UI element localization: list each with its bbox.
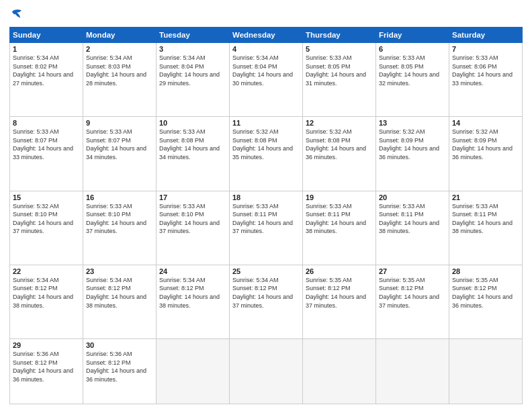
day-cell-3: 3Sunrise: 5:34 AMSunset: 8:04 PMDaylight… xyxy=(157,43,230,117)
sunset-label: Sunset: 8:05 PM xyxy=(306,63,351,70)
day-cell-30: 30Sunrise: 5:36 AMSunset: 8:12 PMDayligh… xyxy=(83,339,157,404)
sunset-label: Sunset: 8:12 PM xyxy=(379,285,424,291)
day-cell-21: 21Sunrise: 5:33 AMSunset: 8:11 PMDayligh… xyxy=(449,191,523,265)
day-info: Sunrise: 5:34 AMSunset: 8:12 PMDaylight:… xyxy=(13,276,80,310)
day-number: 8 xyxy=(13,119,80,127)
day-cell-27: 27Sunrise: 5:35 AMSunset: 8:12 PMDayligh… xyxy=(376,265,449,338)
day-cell-7: 7Sunrise: 5:33 AMSunset: 8:06 PMDaylight… xyxy=(449,43,523,117)
sunset-label: Sunset: 8:11 PM xyxy=(452,211,497,218)
daylight-label: Daylight: 14 hours and 30 minutes. xyxy=(232,71,293,87)
day-info: Sunrise: 5:33 AMSunset: 8:05 PMDaylight:… xyxy=(379,54,446,87)
day-number: 5 xyxy=(306,45,373,53)
day-info: Sunrise: 5:34 AMSunset: 8:04 PMDaylight:… xyxy=(159,54,226,87)
day-number: 13 xyxy=(379,119,446,127)
day-cell-18: 18Sunrise: 5:33 AMSunset: 8:11 PMDayligh… xyxy=(230,191,303,265)
sunset-label: Sunset: 8:11 PM xyxy=(379,211,424,218)
day-cell-11: 11Sunrise: 5:32 AMSunset: 8:08 PMDayligh… xyxy=(230,117,303,191)
sunset-label: Sunset: 8:02 PM xyxy=(13,63,58,70)
day-number: 19 xyxy=(306,193,373,201)
day-info: Sunrise: 5:34 AMSunset: 8:03 PMDaylight:… xyxy=(86,54,153,87)
daylight-label: Daylight: 14 hours and 37 minutes. xyxy=(232,220,293,235)
day-cell-14: 14Sunrise: 5:32 AMSunset: 8:09 PMDayligh… xyxy=(449,117,523,191)
day-info: Sunrise: 5:36 AMSunset: 8:12 PMDaylight:… xyxy=(86,350,153,383)
weekday-header-friday: Friday xyxy=(376,28,449,43)
daylight-label: Daylight: 14 hours and 29 minutes. xyxy=(159,71,220,87)
day-cell-29: 29Sunrise: 5:36 AMSunset: 8:12 PMDayligh… xyxy=(10,339,83,404)
day-number: 6 xyxy=(379,45,446,53)
sunrise-label: Sunrise: 5:33 AM xyxy=(159,128,206,135)
day-info: Sunrise: 5:32 AMSunset: 8:10 PMDaylight:… xyxy=(13,202,80,236)
sunrise-label: Sunrise: 5:32 AM xyxy=(13,203,59,210)
sunrise-label: Sunrise: 5:33 AM xyxy=(452,54,498,61)
day-info: Sunrise: 5:33 AMSunset: 8:05 PMDaylight:… xyxy=(306,54,373,87)
sunset-label: Sunset: 8:10 PM xyxy=(86,211,131,218)
day-cell-23: 23Sunrise: 5:34 AMSunset: 8:12 PMDayligh… xyxy=(83,265,157,338)
daylight-label: Daylight: 14 hours and 36 minutes. xyxy=(13,367,73,383)
day-info: Sunrise: 5:33 AMSunset: 8:11 PMDaylight:… xyxy=(452,202,519,236)
day-info: Sunrise: 5:34 AMSunset: 8:12 PMDaylight:… xyxy=(232,276,300,310)
daylight-label: Daylight: 14 hours and 38 minutes. xyxy=(306,220,366,235)
daylight-label: Daylight: 14 hours and 27 minutes. xyxy=(13,71,73,87)
sunrise-label: Sunrise: 5:33 AM xyxy=(306,203,352,210)
day-info: Sunrise: 5:32 AMSunset: 8:08 PMDaylight:… xyxy=(306,128,373,161)
sunset-label: Sunset: 8:11 PM xyxy=(306,211,351,218)
day-info: Sunrise: 5:34 AMSunset: 8:12 PMDaylight:… xyxy=(86,276,153,310)
weekday-header-row: SundayMondayTuesdayWednesdayThursdayFrid… xyxy=(10,28,523,43)
sunset-label: Sunset: 8:08 PM xyxy=(159,137,204,144)
sunset-label: Sunset: 8:10 PM xyxy=(159,211,204,218)
sunrise-label: Sunrise: 5:33 AM xyxy=(232,203,279,210)
day-info: Sunrise: 5:32 AMSunset: 8:09 PMDaylight:… xyxy=(452,128,519,161)
sunset-label: Sunset: 8:05 PM xyxy=(379,63,424,70)
sunrise-label: Sunrise: 5:33 AM xyxy=(86,128,132,135)
sunset-label: Sunset: 8:12 PM xyxy=(86,359,131,366)
sunset-label: Sunset: 8:12 PM xyxy=(306,285,351,291)
day-info: Sunrise: 5:32 AMSunset: 8:09 PMDaylight:… xyxy=(379,128,446,161)
day-number: 26 xyxy=(306,267,373,275)
daylight-label: Daylight: 14 hours and 36 minutes. xyxy=(379,145,439,161)
sunset-label: Sunset: 8:07 PM xyxy=(86,137,131,144)
sunrise-label: Sunrise: 5:36 AM xyxy=(86,351,132,357)
day-info: Sunrise: 5:34 AMSunset: 8:02 PMDaylight:… xyxy=(13,54,80,87)
sunset-label: Sunset: 8:10 PM xyxy=(13,211,58,218)
day-info: Sunrise: 5:33 AMSunset: 8:10 PMDaylight:… xyxy=(159,202,226,236)
sunrise-label: Sunrise: 5:33 AM xyxy=(13,128,59,135)
empty-cell-w4c6 xyxy=(449,339,523,404)
sunrise-label: Sunrise: 5:32 AM xyxy=(379,128,425,135)
day-info: Sunrise: 5:33 AMSunset: 8:10 PMDaylight:… xyxy=(86,202,153,236)
daylight-label: Daylight: 14 hours and 31 minutes. xyxy=(306,71,366,87)
day-number: 27 xyxy=(379,267,446,275)
sunrise-label: Sunrise: 5:34 AM xyxy=(86,54,132,61)
sunset-label: Sunset: 8:12 PM xyxy=(86,285,131,291)
day-cell-25: 25Sunrise: 5:34 AMSunset: 8:12 PMDayligh… xyxy=(230,265,303,338)
sunrise-label: Sunrise: 5:34 AM xyxy=(159,277,206,283)
sunrise-label: Sunrise: 5:34 AM xyxy=(86,277,132,283)
day-number: 24 xyxy=(159,267,226,275)
day-cell-17: 17Sunrise: 5:33 AMSunset: 8:10 PMDayligh… xyxy=(157,191,230,265)
day-cell-10: 10Sunrise: 5:33 AMSunset: 8:08 PMDayligh… xyxy=(157,117,230,191)
daylight-label: Daylight: 14 hours and 33 minutes. xyxy=(13,145,73,161)
day-number: 30 xyxy=(86,341,153,349)
sunset-label: Sunset: 8:08 PM xyxy=(232,137,277,144)
sunrise-label: Sunrise: 5:32 AM xyxy=(232,128,279,135)
day-cell-4: 4Sunrise: 5:34 AMSunset: 8:04 PMDaylight… xyxy=(230,43,303,117)
day-number: 28 xyxy=(452,267,519,275)
day-number: 17 xyxy=(159,193,226,201)
day-info: Sunrise: 5:33 AMSunset: 8:06 PMDaylight:… xyxy=(452,54,519,87)
day-number: 4 xyxy=(232,45,300,53)
sunrise-label: Sunrise: 5:35 AM xyxy=(306,277,352,283)
day-number: 25 xyxy=(232,267,300,275)
day-cell-20: 20Sunrise: 5:33 AMSunset: 8:11 PMDayligh… xyxy=(376,191,449,265)
day-number: 29 xyxy=(13,341,80,349)
daylight-label: Daylight: 14 hours and 28 minutes. xyxy=(86,71,146,87)
sunset-label: Sunset: 8:08 PM xyxy=(306,137,351,144)
sunset-label: Sunset: 8:06 PM xyxy=(452,63,497,70)
day-number: 23 xyxy=(86,267,153,275)
sunset-label: Sunset: 8:03 PM xyxy=(86,63,131,70)
empty-cell-w4c4 xyxy=(303,339,376,404)
daylight-label: Daylight: 14 hours and 37 minutes. xyxy=(13,220,73,235)
day-cell-8: 8Sunrise: 5:33 AMSunset: 8:07 PMDaylight… xyxy=(10,117,83,191)
sunrise-label: Sunrise: 5:33 AM xyxy=(86,203,132,210)
day-number: 11 xyxy=(232,119,300,127)
sunrise-label: Sunrise: 5:33 AM xyxy=(159,203,206,210)
day-cell-16: 16Sunrise: 5:33 AMSunset: 8:10 PMDayligh… xyxy=(83,191,157,265)
